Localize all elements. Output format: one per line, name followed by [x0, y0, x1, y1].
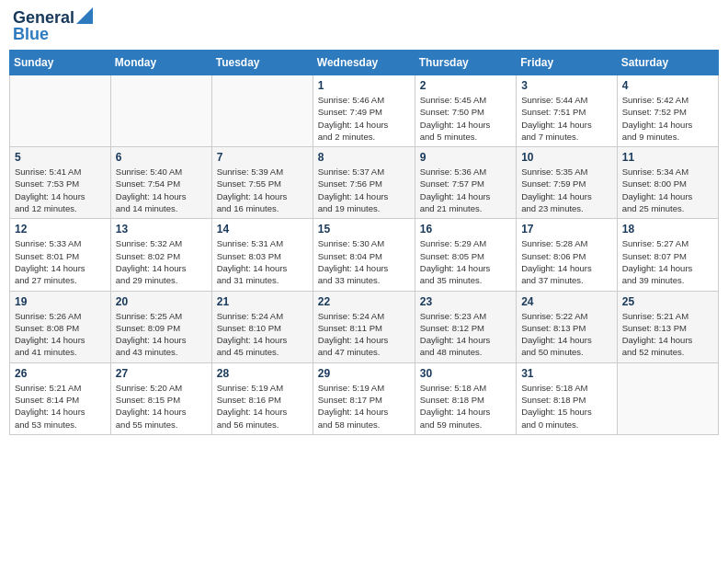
cell-info: Sunrise: 5:24 AMSunset: 8:10 PMDaylight:… — [217, 310, 308, 359]
day-number: 22 — [318, 295, 410, 308]
calendar-cell: 19Sunrise: 5:26 AMSunset: 8:08 PMDayligh… — [10, 291, 111, 362]
cell-info: Sunrise: 5:29 AMSunset: 8:05 PMDaylight:… — [420, 237, 511, 286]
calendar-cell: 12Sunrise: 5:33 AMSunset: 8:01 PMDayligh… — [10, 219, 111, 291]
day-number: 3 — [521, 79, 612, 92]
calendar-week-4: 19Sunrise: 5:26 AMSunset: 8:08 PMDayligh… — [10, 291, 719, 362]
calendar-body: 1Sunrise: 5:46 AMSunset: 7:49 PMDaylight… — [10, 75, 719, 435]
day-number: 30 — [420, 367, 511, 380]
calendar-cell: 6Sunrise: 5:40 AMSunset: 7:54 PMDaylight… — [110, 147, 211, 219]
cell-info: Sunrise: 5:22 AMSunset: 8:13 PMDaylight:… — [521, 310, 612, 359]
day-number: 17 — [521, 223, 612, 236]
cell-info: Sunrise: 5:44 AMSunset: 7:51 PMDaylight:… — [521, 94, 612, 143]
day-number: 4 — [622, 79, 713, 92]
days-of-week-row: SundayMondayTuesdayWednesdayThursdayFrid… — [10, 51, 719, 75]
cell-info: Sunrise: 5:41 AMSunset: 7:53 PMDaylight:… — [15, 166, 106, 214]
cell-info: Sunrise: 5:26 AMSunset: 8:08 PMDaylight:… — [15, 310, 106, 359]
day-number: 20 — [116, 295, 207, 308]
day-number: 18 — [622, 223, 713, 236]
calendar-cell: 14Sunrise: 5:31 AMSunset: 8:03 PMDayligh… — [211, 219, 313, 291]
calendar-table: SundayMondayTuesdayWednesdayThursdayFrid… — [9, 50, 719, 435]
cell-info: Sunrise: 5:30 AMSunset: 8:04 PMDaylight:… — [318, 237, 410, 286]
cell-info: Sunrise: 5:36 AMSunset: 7:57 PMDaylight:… — [420, 166, 511, 214]
day-number: 8 — [318, 151, 410, 164]
day-number: 23 — [420, 295, 511, 308]
cell-info: Sunrise: 5:24 AMSunset: 8:11 PMDaylight:… — [318, 310, 410, 359]
day-header-sunday: Sunday — [10, 51, 111, 75]
day-number: 5 — [15, 151, 106, 164]
day-number: 9 — [420, 151, 511, 164]
calendar-cell: 29Sunrise: 5:19 AMSunset: 8:17 PMDayligh… — [313, 362, 415, 434]
day-number: 24 — [521, 295, 612, 308]
day-number: 28 — [217, 367, 308, 380]
calendar-cell: 30Sunrise: 5:18 AMSunset: 8:18 PMDayligh… — [415, 362, 516, 434]
day-number: 1 — [318, 79, 410, 92]
day-number: 26 — [15, 367, 106, 380]
calendar-cell: 7Sunrise: 5:39 AMSunset: 7:55 PMDaylight… — [211, 147, 313, 219]
calendar-cell: 9Sunrise: 5:36 AMSunset: 7:57 PMDaylight… — [415, 147, 516, 219]
calendar-cell: 4Sunrise: 5:42 AMSunset: 7:52 PMDaylight… — [617, 75, 718, 147]
day-header-wednesday: Wednesday — [313, 51, 415, 75]
calendar-week-3: 12Sunrise: 5:33 AMSunset: 8:01 PMDayligh… — [10, 219, 719, 291]
calendar-cell: 22Sunrise: 5:24 AMSunset: 8:11 PMDayligh… — [313, 291, 415, 362]
calendar-cell: 5Sunrise: 5:41 AMSunset: 7:53 PMDaylight… — [10, 147, 111, 219]
calendar-cell: 3Sunrise: 5:44 AMSunset: 7:51 PMDaylight… — [517, 75, 618, 147]
day-header-tuesday: Tuesday — [211, 51, 313, 75]
calendar-cell: 11Sunrise: 5:34 AMSunset: 8:00 PMDayligh… — [617, 147, 718, 219]
calendar-cell: 25Sunrise: 5:21 AMSunset: 8:13 PMDayligh… — [617, 291, 718, 362]
cell-info: Sunrise: 5:23 AMSunset: 8:12 PMDaylight:… — [420, 310, 511, 359]
day-number: 2 — [420, 79, 511, 92]
cell-info: Sunrise: 5:37 AMSunset: 7:56 PMDaylight:… — [318, 166, 410, 214]
cell-info: Sunrise: 5:46 AMSunset: 7:49 PMDaylight:… — [318, 94, 410, 143]
calendar-cell: 21Sunrise: 5:24 AMSunset: 8:10 PMDayligh… — [211, 291, 313, 362]
day-number: 29 — [318, 367, 410, 380]
day-number: 15 — [318, 223, 410, 236]
cell-info: Sunrise: 5:27 AMSunset: 8:07 PMDaylight:… — [622, 237, 713, 286]
day-header-friday: Friday — [517, 51, 618, 75]
day-header-monday: Monday — [110, 51, 211, 75]
cell-info: Sunrise: 5:39 AMSunset: 7:55 PMDaylight:… — [217, 166, 308, 214]
day-number: 31 — [521, 367, 612, 380]
day-number: 6 — [116, 151, 207, 164]
calendar-cell — [10, 75, 111, 147]
cell-info: Sunrise: 5:42 AMSunset: 7:52 PMDaylight:… — [622, 94, 713, 143]
calendar-header: SundayMondayTuesdayWednesdayThursdayFrid… — [10, 51, 719, 75]
calendar-cell: 10Sunrise: 5:35 AMSunset: 7:59 PMDayligh… — [517, 147, 618, 219]
calendar-cell: 17Sunrise: 5:28 AMSunset: 8:06 PMDayligh… — [517, 219, 618, 291]
calendar-cell — [211, 75, 313, 147]
calendar-week-1: 1Sunrise: 5:46 AMSunset: 7:49 PMDaylight… — [10, 75, 719, 147]
cell-info: Sunrise: 5:45 AMSunset: 7:50 PMDaylight:… — [420, 94, 511, 143]
cell-info: Sunrise: 5:33 AMSunset: 8:01 PMDaylight:… — [15, 237, 106, 286]
logo-triangle-icon — [76, 7, 93, 24]
day-number: 11 — [622, 151, 713, 164]
page-header: General Blue — [9, 9, 719, 42]
cell-info: Sunrise: 5:19 AMSunset: 8:17 PMDaylight:… — [318, 382, 410, 431]
cell-info: Sunrise: 5:32 AMSunset: 8:02 PMDaylight:… — [116, 237, 207, 286]
day-header-saturday: Saturday — [617, 51, 718, 75]
calendar-cell: 13Sunrise: 5:32 AMSunset: 8:02 PMDayligh… — [110, 219, 211, 291]
calendar-cell: 2Sunrise: 5:45 AMSunset: 7:50 PMDaylight… — [415, 75, 516, 147]
cell-info: Sunrise: 5:34 AMSunset: 8:00 PMDaylight:… — [622, 166, 713, 214]
day-header-thursday: Thursday — [415, 51, 516, 75]
logo-blue-text: Blue — [13, 26, 49, 42]
cell-info: Sunrise: 5:40 AMSunset: 7:54 PMDaylight:… — [116, 166, 207, 214]
day-number: 12 — [15, 223, 106, 236]
day-number: 14 — [217, 223, 308, 236]
day-number: 19 — [15, 295, 106, 308]
calendar-week-5: 26Sunrise: 5:21 AMSunset: 8:14 PMDayligh… — [10, 362, 719, 434]
logo-general-text: General — [13, 9, 74, 26]
calendar-cell: 16Sunrise: 5:29 AMSunset: 8:05 PMDayligh… — [415, 219, 516, 291]
day-number: 7 — [217, 151, 308, 164]
cell-info: Sunrise: 5:21 AMSunset: 8:13 PMDaylight:… — [622, 310, 713, 359]
logo: General Blue — [13, 9, 93, 42]
svg-marker-0 — [76, 7, 93, 24]
calendar-week-2: 5Sunrise: 5:41 AMSunset: 7:53 PMDaylight… — [10, 147, 719, 219]
calendar-cell: 27Sunrise: 5:20 AMSunset: 8:15 PMDayligh… — [110, 362, 211, 434]
calendar-cell: 28Sunrise: 5:19 AMSunset: 8:16 PMDayligh… — [211, 362, 313, 434]
cell-info: Sunrise: 5:28 AMSunset: 8:06 PMDaylight:… — [521, 237, 612, 286]
day-number: 13 — [116, 223, 207, 236]
cell-info: Sunrise: 5:31 AMSunset: 8:03 PMDaylight:… — [217, 237, 308, 286]
calendar-cell — [110, 75, 211, 147]
cell-info: Sunrise: 5:20 AMSunset: 8:15 PMDaylight:… — [116, 382, 207, 431]
day-number: 25 — [622, 295, 713, 308]
calendar-cell: 8Sunrise: 5:37 AMSunset: 7:56 PMDaylight… — [313, 147, 415, 219]
